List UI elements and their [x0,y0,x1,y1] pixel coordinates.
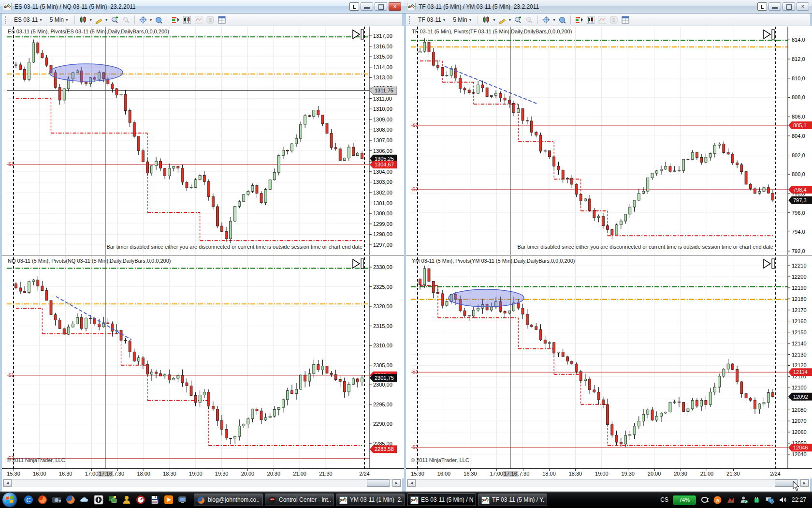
price-chart-svg[interactable]: S1S2814,0812,0810,0808,0806,0804,0802,08… [406,26,812,468]
link-button[interactable]: L [349,2,359,11]
horizontal-scrollbar[interactable]: ◄ ► [3,479,401,487]
scrollbar-thumb[interactable] [775,479,798,487]
chart-area[interactable]: S11317,001316,001315,001314,001313,00131… [2,26,406,468]
time-label: 17:00 [85,471,99,477]
zoom-out-button[interactable] [524,15,534,25]
crosshair-button[interactable] [138,15,148,25]
scroll-left-button[interactable]: ◄ [407,479,416,487]
price-tick-label: 814,0 [792,37,805,43]
interval-dropdown[interactable]: 5 Min▾ [47,15,71,25]
drawing-objects-layer[interactable] [49,64,123,81]
chevron-down-icon[interactable]: ▾ [90,17,92,22]
task-button[interactable]: YM 03-11 (1 Min) 2... [336,493,405,506]
chevron-down-icon[interactable]: ▾ [493,17,495,22]
interval-dropdown[interactable]: 5 Min▾ [450,15,474,25]
zoom-in-button[interactable] [513,15,522,25]
cloud-app-icon[interactable] [79,494,90,505]
show-desktop-icon[interactable] [177,494,188,505]
market-analyzer-button[interactable] [171,15,180,25]
zoom-in-button[interactable] [110,15,119,25]
dollar-account-button[interactable]: $ [609,15,619,25]
close-button[interactable]: × [389,2,401,11]
compass-app-icon[interactable] [93,494,104,505]
titlebar[interactable]: TF 03-11 (5 Min) / YM 03-11 (5 Min) 23.2… [404,0,812,14]
price-tick-label: 810,0 [792,75,805,81]
scroll-right-button[interactable]: ► [800,479,809,487]
scroll-left-button[interactable]: ◄ [3,479,12,487]
power-plug-icon[interactable] [700,495,709,504]
price-chart-svg[interactable]: S11317,001316,001315,001314,001313,00131… [2,26,406,468]
price-tick-label: 12100 [792,385,807,390]
display-settings-icon[interactable] [107,494,118,505]
data-box-button[interactable] [557,15,567,25]
instrument-dropdown[interactable]: ES 03-11▾ [11,15,45,25]
drawing-objects-layer[interactable] [449,289,524,307]
scroll-right-button[interactable]: ► [392,479,401,487]
charging-tray-icon[interactable] [753,495,761,504]
chart-icon [339,496,348,504]
line-chart-button[interactable] [597,15,607,25]
chart-style-button[interactable] [78,15,88,25]
close-button[interactable]: × [797,2,809,11]
minimize-icon [772,7,778,9]
clock[interactable]: 22:27 [792,496,806,503]
chevron-down-icon[interactable]: ▾ [150,17,152,22]
person-app-icon[interactable] [121,494,132,505]
titlebar[interactable]: ES 03-11 (5 Min) / NQ 03-11 (5 Min) 23.2… [0,0,404,14]
language-indicator[interactable]: CS [660,496,668,503]
price-tick-label: 2320,00 [373,303,392,309]
network-tray-icon[interactable] [766,495,774,504]
chart-tray-icon[interactable] [726,495,735,504]
time-axis[interactable]: 15:3016:0016:3017:0017:3018:0018:3019:00… [2,468,406,478]
user-status-tray-icon[interactable] [740,495,748,504]
price-tick-label: 796,0 [792,210,805,216]
media-player-icon[interactable] [163,494,174,505]
minimize-button[interactable] [361,2,373,11]
maximize-button[interactable] [783,2,795,11]
properties-grid-button[interactable] [621,15,630,25]
price-tick-label: 1307,00 [373,137,392,143]
chevron-down-icon[interactable]: ▾ [509,17,511,22]
line-chart-button[interactable] [194,15,203,25]
time-axis[interactable]: 15:3016:0016:3017:0017:3018:0018:3019:00… [406,468,812,478]
antivirus-tray-icon[interactable]: a [713,495,722,504]
chart-window-button[interactable] [182,15,192,25]
chart-area[interactable]: S1S2814,0812,0810,0808,0806,0804,0802,08… [406,26,812,468]
floppy-save-icon[interactable] [149,494,160,505]
battery-indicator[interactable]: 74% [673,495,696,505]
dollar-account-button[interactable]: $ [205,15,215,25]
start-button[interactable] [2,492,17,508]
c-browser-icon[interactable]: C [23,494,34,505]
market-analyzer-button[interactable] [574,15,584,25]
zoom-out-button[interactable] [121,15,131,25]
price-tick-label: 12060 [792,429,807,435]
scrollbar-thumb[interactable] [367,479,390,487]
link-button[interactable]: L [757,2,767,11]
chart-style-button[interactable] [481,15,491,25]
minimize-button[interactable] [768,2,781,11]
maximize-button[interactable] [375,2,387,11]
crosshair-button[interactable] [541,15,551,25]
chart-window-button[interactable] [586,15,595,25]
task-button[interactable]: ES 03-11 (5 Min) / N... [407,493,476,506]
price-marker-value: 1311,75 [375,88,393,93]
price-tick-label: 1308,00 [373,127,392,133]
toolbar-grip[interactable] [409,16,412,24]
task-button[interactable]: blog@johnthom.co... [194,493,263,506]
swirl-app-icon[interactable] [37,494,48,505]
camera-app-icon[interactable]: b [51,494,62,505]
gauge-app-icon[interactable] [135,494,146,505]
instrument-dropdown[interactable]: TF 03-11▾ [415,15,448,25]
toolbar-grip[interactable] [5,16,8,24]
data-box-button[interactable] [154,15,163,25]
firefox-icon[interactable] [65,494,76,505]
task-button[interactable]: Control Center - int... [265,493,334,506]
task-button[interactable]: TF 03-11 (5 Min) / Y... [478,493,547,506]
drawing-tools-button[interactable] [497,15,507,25]
horizontal-scrollbar[interactable]: ◄ ► [407,479,809,487]
properties-grid-button[interactable] [217,15,227,25]
drawing-tools-button[interactable] [94,15,103,25]
chevron-down-icon[interactable]: ▾ [105,17,108,22]
volume-icon[interactable] [779,495,787,504]
chevron-down-icon[interactable]: ▾ [553,17,555,22]
